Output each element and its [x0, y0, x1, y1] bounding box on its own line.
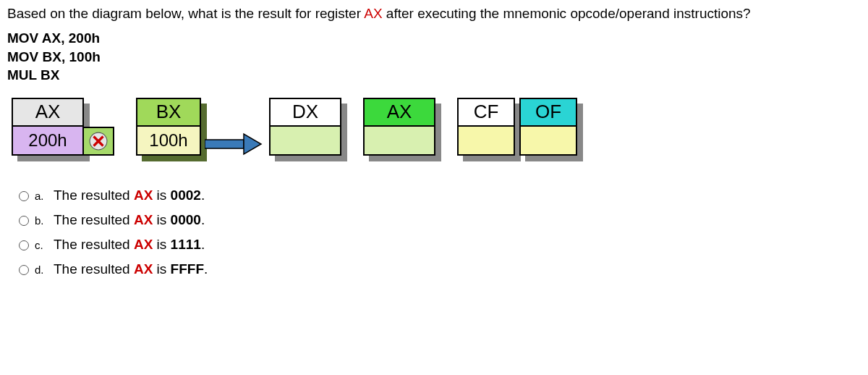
group-ax-result: AX — [363, 98, 435, 156]
code-line-3: MUL BX — [7, 66, 861, 85]
of-header: OF — [519, 98, 577, 127]
option-text: The resulted AX is 0002. — [54, 188, 205, 203]
cf-header: CF — [457, 98, 515, 127]
option-text: The resulted AX is FFFF. — [54, 261, 208, 277]
code-line-1: MOV AX, 200h — [7, 29, 861, 48]
dx-col: DX — [269, 98, 341, 156]
svg-marker-4 — [244, 134, 261, 154]
cf-col: CF — [457, 98, 515, 156]
diagram: AX 200h BX 100h DX AX — [12, 98, 861, 159]
group-cf: CF — [457, 98, 515, 156]
option-letter: c. — [35, 239, 48, 251]
option-c[interactable]: c. The resulted AX is 1111. — [19, 237, 861, 253]
bx-value: 100h — [136, 127, 201, 156]
ax2-header: AX — [363, 98, 435, 127]
option-letter: a. — [35, 190, 48, 202]
code-line-2: MOV BX, 100h — [7, 48, 861, 67]
question-text: Based on the diagram below, what is the … — [7, 6, 861, 22]
bx-header: BX — [136, 98, 201, 127]
option-d[interactable]: d. The resulted AX is FFFF. — [19, 261, 861, 277]
option-text: The resulted AX is 1111. — [54, 237, 205, 253]
group-bx: BX 100h — [136, 98, 201, 156]
of-col: OF — [519, 98, 577, 156]
group-dx: DX — [269, 98, 341, 156]
code-block: MOV AX, 200h MOV BX, 100h MUL BX — [7, 29, 861, 85]
of-value — [519, 127, 577, 156]
question-suffix: after executing the mnemonic opcode/oper… — [383, 6, 751, 21]
group-ax: AX 200h — [12, 98, 114, 156]
ax2-value — [363, 127, 435, 156]
ax2-col: AX — [363, 98, 435, 156]
option-b[interactable]: b. The resulted AX is 0000. — [19, 212, 861, 228]
arrow-icon — [201, 130, 266, 159]
ax-col: AX 200h — [12, 98, 84, 156]
multiply-icon — [84, 127, 114, 156]
option-a[interactable]: a. The resulted AX is 0002. — [19, 188, 861, 203]
question-prefix: Based on the diagram below, what is the … — [7, 6, 364, 21]
svg-rect-3 — [205, 140, 244, 148]
dx-header: DX — [269, 98, 341, 127]
question-reg: AX — [364, 6, 382, 21]
option-letter: d. — [35, 264, 48, 276]
cf-value — [457, 127, 515, 156]
group-of: OF — [519, 98, 577, 156]
radio-icon[interactable] — [19, 216, 29, 226]
radio-icon[interactable] — [19, 265, 29, 275]
options-list: a. The resulted AX is 0002. b. The resul… — [19, 188, 861, 277]
option-letter: b. — [35, 214, 48, 227]
radio-icon[interactable] — [19, 240, 29, 250]
dx-value — [269, 127, 341, 156]
radio-icon[interactable] — [19, 191, 29, 201]
ax-value: 200h — [12, 127, 84, 156]
ax-header: AX — [12, 98, 84, 127]
option-text: The resulted AX is 0000. — [54, 212, 205, 228]
bx-col: BX 100h — [136, 98, 201, 156]
